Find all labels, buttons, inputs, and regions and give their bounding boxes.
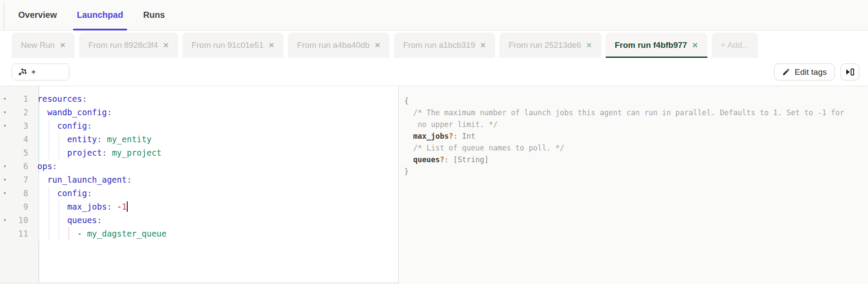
op-selector-value: * (31, 66, 36, 78)
line-number: 6 (10, 160, 34, 173)
token-ws (37, 215, 67, 225)
close-icon[interactable]: ✕ (692, 42, 698, 49)
op-selector-input[interactable]: * (12, 63, 69, 80)
line-number: 3 (10, 119, 34, 133)
indent-guide (49, 146, 49, 160)
editor-line: 11 - my_dagster_queue (0, 227, 398, 241)
line-number: 1 (10, 92, 34, 106)
code-line[interactable]: run_launch_agent: (34, 173, 398, 187)
code-line[interactable]: config: (34, 119, 398, 133)
fold-arrow-icon[interactable]: ▾ (0, 187, 10, 200)
token-key: wandb_config (47, 107, 107, 117)
close-icon[interactable]: ✕ (586, 42, 592, 49)
indent-guide (49, 119, 49, 133)
editor-line: 4 entity: my_entity (0, 133, 398, 146)
schema-line: queues?: [String] (404, 154, 864, 166)
schema-line: } (404, 166, 864, 177)
indent-guide (49, 214, 49, 227)
indent-guide (59, 133, 59, 146)
token-txt: - (117, 202, 122, 211)
run-tab-label: From run 8928c3f4 (88, 40, 158, 50)
code-line[interactable]: ops: (34, 160, 398, 173)
tab-runs[interactable]: Runs (143, 0, 165, 30)
token-ws (37, 121, 57, 130)
indent-guide (39, 106, 39, 119)
schema-token-c (404, 132, 413, 140)
schema-token-type: [String] (453, 155, 489, 164)
edit-tags-button[interactable]: Edit tags (774, 63, 835, 80)
schema-token-p: { (404, 97, 409, 105)
editor-line: ▾7 run_launch_agent: (0, 173, 398, 187)
token-key: max_jobs (67, 202, 107, 211)
token-ws (82, 229, 87, 238)
code-line[interactable]: wandb_config: (34, 106, 398, 119)
tab-launchpad[interactable]: Launchpad (77, 0, 123, 30)
code-line[interactable]: max_jobs: -1 (34, 200, 398, 214)
code-line[interactable]: queues: (34, 214, 398, 227)
fold-arrow-icon[interactable]: ▾ (0, 214, 10, 227)
indent-guide (49, 200, 49, 214)
fold-arrow-icon[interactable]: ▾ (0, 92, 10, 106)
schema-token-q: ? (440, 155, 444, 164)
tab-overview[interactable]: Overview (18, 0, 57, 30)
run-tab-from-run-8928c3f4[interactable]: From run 8928c3f4✕ (79, 33, 178, 58)
code-line[interactable]: project: my_project (34, 146, 398, 160)
close-icon[interactable]: ✕ (163, 42, 169, 49)
launchpad-toolbar: * Edit tags (0, 58, 868, 86)
line-number: 2 (10, 106, 34, 119)
token-ws (37, 188, 57, 198)
token-pun: : (82, 94, 87, 104)
close-icon[interactable]: ✕ (59, 42, 66, 49)
run-tab-from-run-a1bcb319[interactable]: From run a1bcb319✕ (394, 33, 495, 58)
indent-guide (39, 146, 39, 160)
fold-spacer (0, 200, 10, 214)
token-val: my_project (112, 148, 162, 157)
token-ws (107, 148, 112, 157)
code-line[interactable]: config: (34, 187, 398, 200)
code-line[interactable]: entity: my_entity (34, 133, 398, 146)
run-tab-label: From run a1bcb319 (403, 40, 475, 50)
run-tab-label: From run 91c01e51 (191, 40, 264, 50)
run-tab-from-run-f4bfb977[interactable]: From run f4bfb977✕ (606, 33, 707, 58)
token-pun: : (52, 161, 57, 171)
token-key: config (57, 188, 87, 198)
token-val: my_entity (107, 134, 152, 144)
fold-arrow-icon[interactable]: ▾ (0, 160, 10, 173)
run-tab-new-run[interactable]: New Run✕ (12, 33, 75, 58)
token-key: project (67, 148, 102, 157)
open-launch-panel-button[interactable] (841, 63, 859, 80)
run-tab-from-run-25213de6[interactable]: From run 25213de6✕ (499, 33, 601, 58)
line-number: 7 (10, 173, 34, 187)
schema-token-c: /* List of queue names to poll. */ (404, 144, 564, 152)
token-key: ops (37, 161, 52, 171)
close-icon[interactable]: ✕ (374, 42, 380, 49)
token-pun: : (87, 121, 92, 130)
indent-guide (39, 187, 39, 200)
indent-guide (39, 200, 39, 214)
config-editor[interactable]: ▾1resources:▾2 wandb_config:▾3 config:4 … (0, 86, 398, 284)
schema-token-c: /* The maximum number of launch jobs thi… (404, 108, 844, 117)
fold-arrow-icon[interactable]: ▾ (0, 106, 10, 119)
add-run-tab-button[interactable]: + Add... (712, 33, 758, 58)
code-line[interactable]: - my_dagster_queue (34, 227, 398, 241)
editor-line: 5 project: my_project (0, 146, 398, 160)
indent-guide (39, 133, 39, 146)
token-pun: : (102, 148, 107, 157)
fold-arrow-icon[interactable]: ▾ (0, 173, 10, 187)
code-line[interactable]: resources: (34, 92, 398, 106)
schema-token-prop: max_jobs (413, 132, 449, 140)
editor-line: ▾6ops: (0, 160, 398, 173)
line-number: 11 (10, 227, 34, 241)
schema-token-c: no upper limit. */ (404, 120, 498, 129)
fold-arrow-icon[interactable]: ▾ (0, 119, 10, 133)
fold-spacer (0, 227, 10, 241)
run-tab-from-run-a4ba40db[interactable]: From run a4ba40db✕ (288, 33, 389, 58)
close-icon[interactable]: ✕ (480, 42, 486, 49)
schema-token-p: : (444, 155, 453, 164)
schema-token-p: } (404, 167, 409, 176)
indent-guide (39, 119, 39, 133)
close-icon[interactable]: ✕ (268, 42, 274, 49)
run-tab-from-run-91c01e51[interactable]: From run 91c01e51✕ (182, 33, 284, 58)
run-tab-label: From run f4bfb977 (615, 40, 687, 50)
run-tab-label: New Run (21, 40, 55, 50)
